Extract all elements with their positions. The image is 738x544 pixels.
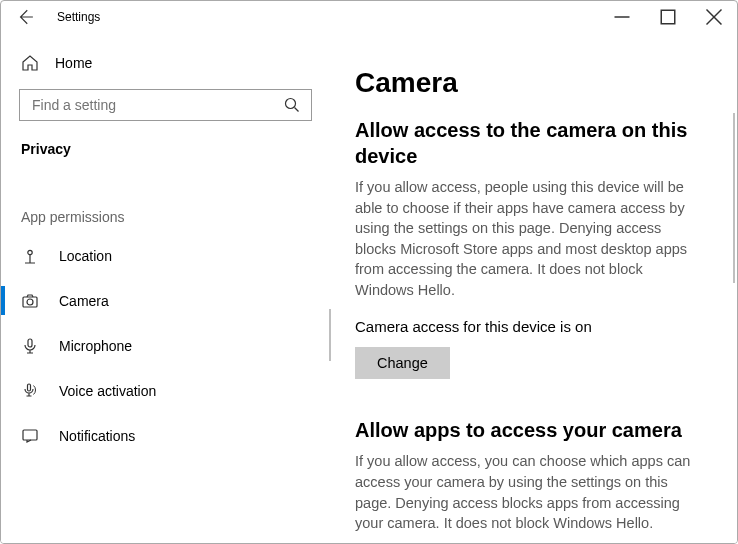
group-label: App permissions: [1, 165, 331, 233]
sidebar-item-label: Location: [59, 248, 112, 264]
sidebar: Home Privacy App permissions Location Ca…: [1, 33, 331, 543]
svg-point-6: [28, 250, 32, 254]
back-button[interactable]: [1, 1, 49, 33]
svg-line-5: [295, 108, 299, 112]
section1-heading: Allow access to the camera on this devic…: [355, 117, 713, 169]
close-button[interactable]: [691, 1, 737, 33]
sidebar-item-label: Notifications: [59, 428, 135, 444]
sidebar-item-microphone[interactable]: Microphone: [1, 323, 331, 368]
maximize-icon: [659, 8, 677, 26]
sidebar-item-label: Camera: [59, 293, 109, 309]
category-label: Privacy: [1, 125, 331, 165]
home-label: Home: [55, 55, 92, 71]
section2-heading: Allow apps to access your camera: [355, 417, 713, 443]
search-input[interactable]: [30, 96, 283, 114]
section1-desc: If you allow access, people using this d…: [355, 177, 705, 300]
sidebar-item-notifications[interactable]: Notifications: [1, 413, 331, 458]
home-icon: [21, 54, 39, 72]
camera-icon: [21, 292, 39, 310]
right-scrollbar[interactable]: [733, 113, 735, 283]
minimize-button[interactable]: [599, 1, 645, 33]
microphone-icon: [21, 337, 39, 355]
window-title: Settings: [49, 10, 100, 24]
svg-point-4: [286, 99, 296, 109]
search-box[interactable]: [19, 89, 312, 121]
main-pane: Camera Allow access to the camera on thi…: [331, 33, 737, 543]
device-access-status: Camera access for this device is on: [355, 318, 713, 335]
arrow-left-icon: [16, 8, 34, 26]
home-nav[interactable]: Home: [1, 43, 331, 83]
sidebar-item-voice-activation[interactable]: Voice activation: [1, 368, 331, 413]
sidebar-item-camera[interactable]: Camera: [1, 278, 331, 323]
sidebar-item-location[interactable]: Location: [1, 233, 331, 278]
svg-rect-11: [23, 430, 37, 440]
change-button[interactable]: Change: [355, 347, 450, 379]
svg-rect-10: [28, 384, 31, 391]
sidebar-item-label: Microphone: [59, 338, 132, 354]
close-icon: [705, 8, 723, 26]
notifications-icon: [21, 427, 39, 445]
section2-desc: If you allow access, you can choose whic…: [355, 451, 705, 533]
sidebar-item-label: Voice activation: [59, 383, 156, 399]
svg-point-8: [27, 299, 33, 305]
location-icon: [21, 247, 39, 265]
page-title: Camera: [355, 67, 713, 99]
maximize-button[interactable]: [645, 1, 691, 33]
svg-rect-1: [661, 10, 675, 24]
minimize-icon: [613, 8, 631, 26]
search-icon: [283, 96, 301, 114]
voice-activation-icon: [21, 382, 39, 400]
titlebar: Settings: [1, 1, 737, 33]
svg-rect-9: [28, 339, 32, 347]
